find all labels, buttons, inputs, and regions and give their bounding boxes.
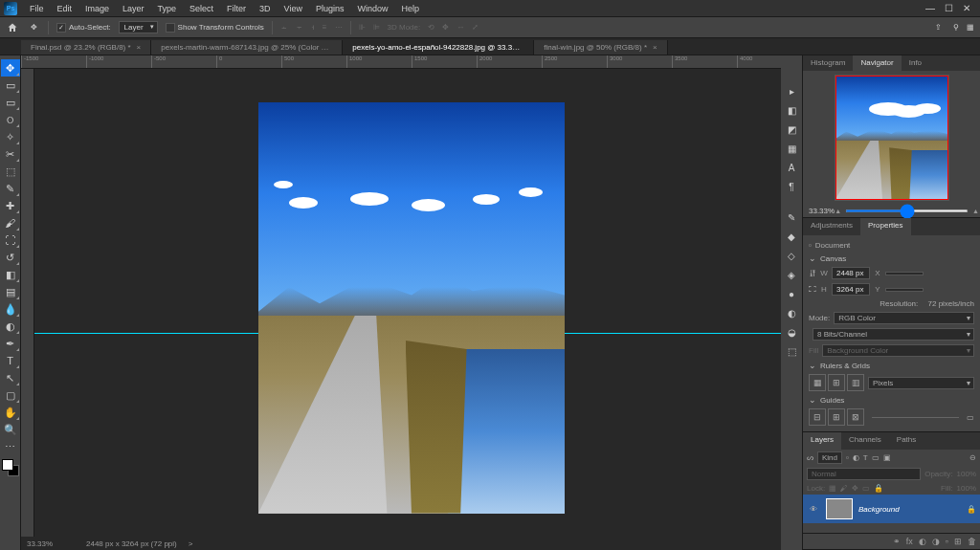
brush-tool[interactable]: 🖌 bbox=[1, 214, 20, 231]
adjustment-layer-icon[interactable]: ◑ bbox=[932, 537, 940, 546]
healing-tool[interactable]: ✚ bbox=[1, 197, 20, 214]
gradient-tool[interactable]: ▤ bbox=[1, 283, 20, 300]
tab-channels[interactable]: Channels bbox=[841, 432, 889, 450]
blend-mode-dropdown[interactable]: Normal bbox=[807, 468, 921, 480]
menu-filter[interactable]: Filter bbox=[220, 0, 253, 17]
link-layers-icon[interactable]: ⚭ bbox=[893, 537, 901, 546]
collapsed-panel-icon[interactable]: ● bbox=[783, 285, 800, 302]
type-tool[interactable]: T bbox=[1, 352, 20, 369]
collapsed-panel-icon[interactable]: ¶ bbox=[783, 178, 800, 195]
canvas-height-field[interactable]: 3264 px bbox=[832, 283, 870, 296]
hand-tool[interactable]: ✋ bbox=[1, 404, 20, 421]
group-icon[interactable]: ▫ bbox=[946, 537, 948, 546]
status-arrow-icon[interactable]: > bbox=[189, 539, 193, 548]
layer-filter-dropdown[interactable]: Kind bbox=[817, 451, 842, 464]
canvas-width-field[interactable]: 2448 px bbox=[832, 267, 870, 279]
status-zoom[interactable]: 33.33% bbox=[27, 539, 75, 548]
layer-visibility-icon[interactable]: 👁 bbox=[807, 505, 820, 514]
layer-style-icon[interactable]: fx bbox=[906, 537, 913, 546]
shape-tool[interactable]: ▢ bbox=[1, 386, 20, 404]
filter-toggle[interactable]: ⊖ bbox=[969, 453, 976, 462]
artboard-tool[interactable]: ▭ bbox=[1, 77, 20, 94]
menu-plugins[interactable]: Plugins bbox=[309, 0, 351, 17]
tab-layers[interactable]: Layers bbox=[803, 432, 841, 450]
menu-view[interactable]: View bbox=[278, 0, 309, 17]
bit-depth-dropdown[interactable]: 8 Bits/Channel bbox=[813, 328, 974, 341]
lock-all-icon[interactable]: 🔒 bbox=[874, 484, 883, 493]
eyedropper-tool[interactable]: ✎ bbox=[1, 180, 20, 197]
lock-position-icon[interactable]: ✥ bbox=[852, 484, 858, 493]
delete-layer-icon[interactable]: 🗑 bbox=[968, 537, 976, 546]
lasso-tool[interactable]: ଠ bbox=[1, 111, 20, 128]
align-more-icon[interactable]: ⋯ bbox=[335, 23, 343, 32]
guide-btn-icon[interactable]: ⊞ bbox=[828, 408, 845, 426]
window-close-icon[interactable]: ✕ bbox=[963, 3, 970, 13]
document-tab[interactable]: final-win.jpg @ 50% (RGB/8) *× bbox=[534, 40, 667, 55]
zoom-tool[interactable]: 🔍 bbox=[1, 421, 20, 438]
window-maximize-icon[interactable]: ☐ bbox=[945, 3, 953, 13]
app-logo[interactable]: Ps bbox=[4, 2, 17, 15]
path-select-tool[interactable]: ↖ bbox=[1, 369, 20, 386]
guide-color-icon[interactable]: ▭ bbox=[967, 413, 974, 422]
tab-info[interactable]: Info bbox=[902, 55, 929, 71]
navigator-thumbnail[interactable] bbox=[835, 75, 949, 201]
window-minimize-icon[interactable]: — bbox=[925, 3, 935, 13]
history-brush-tool[interactable]: ↺ bbox=[1, 249, 20, 266]
move-tool-preview-icon[interactable]: ✥ bbox=[27, 21, 40, 34]
collapsed-panel-icon[interactable]: ◈ bbox=[783, 266, 800, 283]
collapsed-panel-icon[interactable]: ◒ bbox=[783, 323, 800, 341]
canvas-section[interactable]: Canvas bbox=[807, 252, 976, 265]
document-tab[interactable]: pexels-martin-warm-687143.jpg @ 25% (Col… bbox=[151, 40, 343, 55]
auto-select-target-dropdown[interactable]: Layer bbox=[119, 21, 158, 33]
home-icon[interactable] bbox=[6, 21, 19, 34]
layer-mask-icon[interactable]: ◐ bbox=[919, 537, 926, 546]
guide-btn-icon[interactable]: ⊟ bbox=[809, 408, 826, 426]
link-icon[interactable]: ⛶ bbox=[809, 285, 816, 294]
canvas-y-field[interactable] bbox=[885, 288, 924, 292]
collapsed-panel-icon[interactable]: ◆ bbox=[783, 228, 800, 245]
horizontal-ruler[interactable]: -1500-1000-50005001000150020002500300035… bbox=[21, 55, 802, 69]
menu-3d[interactable]: 3D bbox=[253, 0, 278, 17]
menu-window[interactable]: Window bbox=[351, 0, 395, 17]
marquee-tool[interactable]: ▭ bbox=[1, 94, 20, 111]
auto-select-checkbox[interactable]: ✓Auto-Select: bbox=[56, 23, 111, 33]
navigator-zoom-value[interactable]: 33.33% bbox=[809, 207, 835, 215]
menu-file[interactable]: File bbox=[23, 0, 51, 17]
ruler-icon[interactable]: ▦ bbox=[809, 374, 826, 391]
tab-close-icon[interactable]: × bbox=[137, 43, 142, 52]
fill-value[interactable]: 100% bbox=[957, 484, 976, 493]
color-mode-dropdown[interactable]: RGB Color bbox=[834, 312, 974, 324]
frame-tool[interactable]: ⬚ bbox=[1, 163, 20, 180]
tab-close-icon[interactable]: × bbox=[653, 43, 657, 52]
guides-icon[interactable]: ▥ bbox=[847, 374, 864, 391]
canvas-x-field[interactable] bbox=[885, 272, 924, 275]
filter-shape-icon[interactable]: ▭ bbox=[872, 453, 880, 462]
orientation-icon[interactable]: ⭿ bbox=[809, 269, 816, 277]
lock-transparency-icon[interactable]: ▦ bbox=[829, 484, 836, 493]
tab-paths[interactable]: Paths bbox=[889, 432, 924, 450]
dodge-tool[interactable]: ◐ bbox=[1, 318, 20, 335]
eraser-tool[interactable]: ◧ bbox=[1, 266, 20, 283]
opacity-value[interactable]: 100% bbox=[957, 470, 976, 478]
document-tab[interactable]: Final.psd @ 23.2% (RGB/8) *× bbox=[21, 40, 151, 55]
collapsed-panel-icon[interactable]: ◐ bbox=[783, 304, 800, 321]
document-tab[interactable]: pexels-yo-amo-el-español-9422828.jpg @ 3… bbox=[343, 40, 534, 55]
edit-toolbar[interactable]: ⋯ bbox=[1, 438, 20, 455]
lock-artboard-icon[interactable]: ▭ bbox=[862, 484, 870, 493]
foreground-color-swatch[interactable] bbox=[2, 459, 13, 471]
rulers-section[interactable]: Rulers & Grids bbox=[807, 359, 976, 372]
menu-edit[interactable]: Edit bbox=[51, 0, 79, 17]
layer-row[interactable]: 👁 Background 🔒 bbox=[803, 495, 980, 523]
zoom-out-icon[interactable]: ▲ bbox=[835, 208, 841, 214]
tab-properties[interactable]: Properties bbox=[860, 218, 910, 235]
filter-smart-icon[interactable]: ▣ bbox=[883, 453, 891, 462]
guides-section[interactable]: Guides bbox=[807, 393, 976, 407]
collapsed-panel-icon[interactable]: A bbox=[783, 159, 800, 176]
zoom-in-icon[interactable]: ▲ bbox=[972, 208, 979, 214]
menu-help[interactable]: Help bbox=[395, 0, 427, 17]
layer-thumbnail[interactable] bbox=[826, 498, 853, 519]
vertical-ruler[interactable] bbox=[21, 69, 34, 550]
move-tool[interactable]: ✥ bbox=[1, 59, 20, 77]
navigator-zoom-slider[interactable] bbox=[845, 209, 969, 212]
show-transform-checkbox[interactable]: Show Transform Controls bbox=[166, 23, 264, 33]
